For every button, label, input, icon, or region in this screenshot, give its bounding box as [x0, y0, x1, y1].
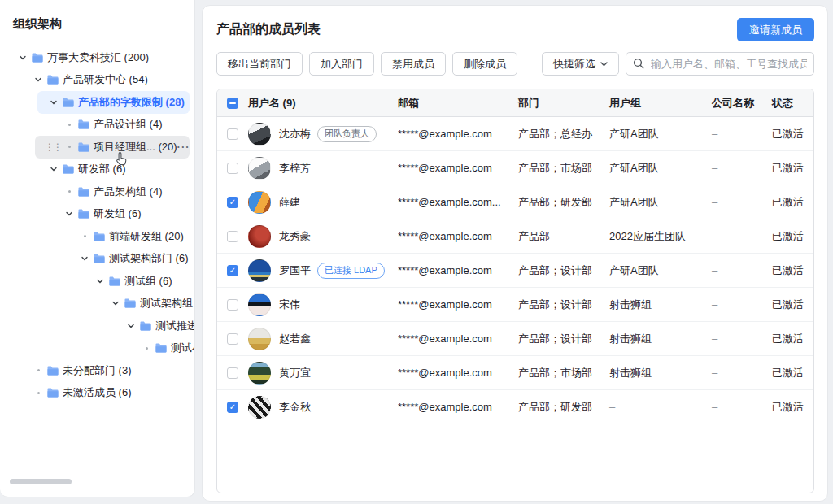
row-checkbox[interactable] — [227, 128, 238, 140]
tree-item[interactable]: 产品架构组 (4) — [53, 180, 190, 203]
quick-filter-dropdown[interactable]: 快捷筛选 — [542, 52, 619, 76]
table-row[interactable]: 李梓芳 *****@example.com 产品部；市场部 产研A团队 – 已激… — [217, 151, 813, 185]
member-company: – — [712, 367, 772, 379]
org-tree: 万事大卖科技汇 (200) 产品研发中心 (54) 产品部的字数限制 (28) — [0, 46, 194, 404]
row-checkbox[interactable] — [227, 197, 238, 208]
tree-item[interactable]: 未激活成员 (6) — [22, 382, 190, 405]
bulk-actions: 移出当前部门加入部门禁用成员删除成员 — [216, 52, 517, 76]
column-header[interactable]: 邮箱 — [398, 96, 518, 111]
search-input[interactable] — [626, 52, 814, 76]
chevron-down-icon[interactable] — [111, 299, 120, 307]
column-header[interactable]: 公司名称 — [712, 96, 772, 111]
tree-item-label: 研发组 (6) — [94, 206, 142, 221]
column-header[interactable]: 部门 — [518, 96, 609, 111]
table-row[interactable]: 宋伟 *****@example.com 产品部；设计部 射击狮组 – 已激活 — [217, 288, 813, 322]
tree-item-label: 测试小组 — [171, 341, 195, 355]
folder-icon — [62, 96, 75, 109]
chevron-down-icon[interactable] — [65, 210, 73, 218]
member-status: 已激活 — [772, 195, 813, 210]
tree-item[interactable]: 万事大卖科技汇 (200) — [7, 46, 190, 69]
tree-item[interactable]: 测试推进小组 — [115, 315, 190, 337]
toolbar: 移出当前部门加入部门禁用成员删除成员 快捷筛选 — [203, 52, 827, 76]
chevron-down-icon[interactable] — [50, 165, 58, 173]
tree-item[interactable]: 未分配部门 (3) — [22, 359, 190, 382]
member-email: *****@example.com... — [398, 196, 518, 208]
tree-item[interactable]: 测试架构部门 (6) — [68, 248, 190, 271]
folder-icon — [77, 207, 90, 220]
select-all-checkbox[interactable] — [227, 98, 238, 109]
row-checkbox[interactable] — [227, 299, 238, 311]
member-status: 已激活 — [772, 400, 813, 415]
tree-item[interactable]: 产品设计组 (4) — [53, 114, 190, 137]
page-title: 产品部的成员列表 — [216, 21, 321, 38]
members-table: 用户名 (9)邮箱部门用户组公司名称状态 沈亦梅 团队负责人 *****@exa… — [216, 89, 814, 493]
avatar — [248, 225, 271, 248]
member-department: 产品部；市场部 — [518, 366, 609, 380]
chevron-down-icon[interactable] — [50, 98, 58, 106]
member-email: *****@example.com — [398, 298, 518, 311]
column-header[interactable]: 状态 — [772, 96, 813, 111]
member-department: 产品部；市场部 — [518, 161, 609, 176]
table-row[interactable]: 李金秋 *****@example.com 产品部；研发部 – – 已激活 — [217, 390, 813, 424]
member-email: *****@example.com — [398, 367, 518, 379]
member-status: 已激活 — [772, 229, 813, 244]
bulk-action-button[interactable]: 删除成员 — [452, 52, 517, 76]
table-row[interactable]: 罗国平 已连接 LDAP *****@example.com 产品部；设计部 产… — [217, 254, 813, 288]
tree-item[interactable]: 测试架构组 (6) — [99, 293, 190, 315]
chevron-down-icon[interactable] — [19, 54, 27, 62]
table-row[interactable]: 薛建 *****@example.com... 产品部；研发部 产研A团队 – … — [217, 185, 813, 219]
table-row[interactable]: 沈亦梅 团队负责人 *****@example.com 产品部；总经办 产研A团… — [217, 117, 813, 151]
folder-icon — [139, 319, 152, 332]
chevron-down-icon[interactable] — [34, 76, 42, 84]
tree-item[interactable]: 研发组 (6) — [53, 203, 190, 226]
horizontal-scrollbar-thumb[interactable] — [10, 479, 72, 484]
member-email: *****@example.com — [398, 332, 518, 345]
avatar — [248, 123, 271, 146]
row-checkbox[interactable] — [227, 231, 238, 242]
row-checkbox[interactable] — [227, 163, 238, 174]
row-checkbox[interactable] — [227, 402, 238, 413]
tree-item[interactable]: 前端研发组 (20) — [68, 225, 190, 248]
bulk-action-button[interactable]: 加入部门 — [309, 52, 374, 76]
tree-item[interactable]: 测试小组 — [130, 337, 190, 360]
leaf-dot-icon — [37, 369, 40, 371]
row-checkbox[interactable] — [227, 333, 238, 345]
tree-item[interactable]: 研发部 (6) — [37, 159, 190, 181]
member-status: 已激活 — [772, 366, 813, 380]
chevron-down-icon[interactable] — [127, 322, 135, 330]
chevron-down-icon — [600, 62, 608, 67]
avatar — [248, 293, 271, 316]
invite-member-button[interactable]: 邀请新成员 — [737, 18, 814, 41]
row-checkbox[interactable] — [227, 265, 238, 276]
member-department: 产品部；设计部 — [518, 263, 609, 278]
member-company: – — [712, 264, 772, 276]
tree-item-label: 测试架构组 (6) — [140, 296, 195, 311]
bulk-action-button[interactable]: 禁用成员 — [381, 52, 446, 76]
more-actions-icon[interactable]: ··· — [177, 141, 195, 153]
tree-item-label: 万事大卖科技汇 (200) — [47, 50, 149, 65]
drag-handle-icon[interactable]: ⋮⋮ — [45, 141, 63, 153]
member-name: 赵若鑫 — [279, 332, 311, 346]
column-header[interactable]: 用户名 (9) — [248, 96, 398, 111]
tree-item[interactable]: 产品研发中心 (54) — [22, 69, 190, 92]
tree-item[interactable]: 测试组 (6) — [84, 270, 190, 293]
member-name: 罗国平 — [279, 263, 311, 278]
bulk-action-button[interactable]: 移出当前部门 — [216, 52, 303, 76]
table-row[interactable]: 黄万宜 *****@example.com 产品部；市场部 射击狮组 – 已激活 — [217, 356, 813, 390]
toolbar-right: 快捷筛选 — [542, 52, 814, 76]
table-row[interactable]: 赵若鑫 *****@example.com 产品部；设计部 射击狮组 – 已激活 — [217, 322, 813, 356]
member-department: 产品部；设计部 — [518, 332, 609, 346]
tree-item[interactable]: ⋮⋮ 项目经理组... (20) ··· — [35, 136, 190, 159]
leaf-dot-icon — [68, 124, 71, 126]
avatar — [248, 396, 271, 419]
folder-icon — [46, 386, 59, 399]
tree-item-label: 产品研发中心 (54) — [63, 72, 148, 87]
tree-item[interactable]: 产品部的字数限制 (28) — [37, 91, 190, 114]
column-header[interactable]: 用户组 — [609, 96, 712, 111]
chevron-down-icon[interactable] — [96, 277, 104, 285]
row-checkbox[interactable] — [227, 367, 238, 379]
chevron-down-icon[interactable] — [81, 254, 89, 263]
search-box[interactable] — [626, 52, 814, 76]
table-row[interactable]: 龙秀豪 *****@example.com 产品部 2022应届生团队 – 已激… — [217, 219, 813, 254]
member-name: 薛建 — [279, 195, 300, 210]
